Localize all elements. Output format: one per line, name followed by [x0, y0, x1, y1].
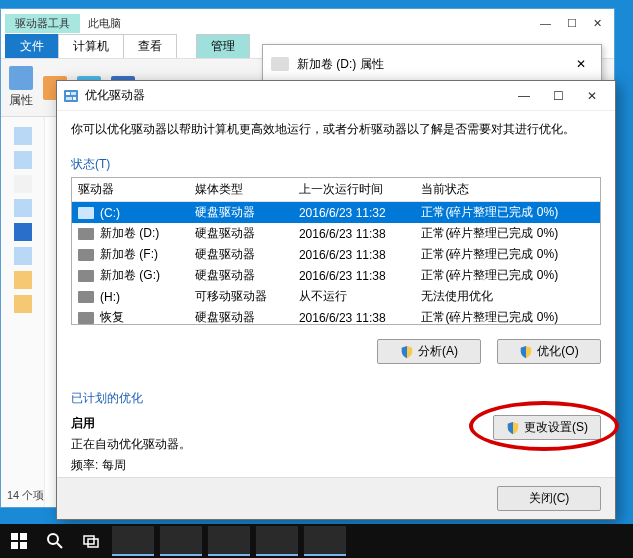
table-row[interactable]: 新加卷 (D:)硬盘驱动器2016/6/23 11:38正常(碎片整理已完成 0…	[72, 223, 600, 244]
close-button[interactable]: ✕	[569, 57, 593, 71]
optimize-label: 优化(O)	[537, 343, 578, 360]
schedule-desc: 正在自动优化驱动器。	[71, 436, 493, 453]
close-button[interactable]: ✕	[585, 17, 610, 30]
drive-icon	[78, 312, 94, 324]
table-row[interactable]: 新加卷 (G:)硬盘驱动器2016/6/23 11:38正常(碎片整理已完成 0…	[72, 265, 600, 286]
nav-sidebar	[1, 117, 45, 507]
schedule-header: 已计划的优化	[71, 390, 601, 407]
drive-icon	[78, 249, 94, 261]
min-button[interactable]: —	[507, 85, 541, 107]
dialog-footer: 关闭(C)	[57, 477, 615, 519]
svg-rect-11	[84, 536, 94, 544]
schedule-section: 已计划的优化 启用 正在自动优化驱动器。 频率: 每周 更改设置(S)	[71, 390, 601, 478]
drive-icon	[78, 291, 94, 303]
svg-rect-7	[11, 542, 18, 549]
taskbar-app[interactable]	[208, 526, 250, 556]
change-settings-label: 更改设置(S)	[524, 419, 588, 436]
optimize-button[interactable]: 优化(O)	[497, 339, 601, 364]
svg-rect-6	[20, 533, 27, 540]
dialog-titlebar: 优化驱动器 — ☐ ✕	[57, 81, 615, 111]
tab-computer[interactable]: 计算机	[58, 34, 124, 58]
svg-line-10	[57, 543, 62, 548]
table-row[interactable]: 恢复硬盘驱动器2016/6/23 11:38正常(碎片整理已完成 0%)	[72, 307, 600, 325]
schedule-enabled-label: 启用	[71, 415, 493, 432]
svg-rect-12	[88, 539, 98, 547]
col-media[interactable]: 媒体类型	[189, 178, 293, 202]
defrag-icon	[63, 88, 79, 104]
ribbon-properties[interactable]: 属性	[9, 66, 33, 109]
tab-manage[interactable]: 管理	[196, 34, 250, 58]
drive-icon	[78, 228, 94, 240]
taskbar[interactable]	[0, 524, 633, 558]
col-drive[interactable]: 驱动器	[72, 178, 189, 202]
sidebar-item[interactable]	[14, 127, 32, 145]
properties-title: 新加卷 (D:) 属性	[297, 56, 384, 73]
svg-rect-8	[20, 542, 27, 549]
table-header-row: 驱动器 媒体类型 上一次运行时间 当前状态	[72, 178, 600, 202]
drive-list[interactable]: 驱动器 媒体类型 上一次运行时间 当前状态 (C:)硬盘驱动器2016/6/23…	[71, 177, 601, 325]
tab-file[interactable]: 文件	[5, 34, 59, 58]
close-dialog-button[interactable]: 关闭(C)	[497, 486, 601, 511]
svg-rect-1	[66, 92, 70, 95]
sidebar-item[interactable]	[14, 295, 32, 313]
table-row[interactable]: (C:)硬盘驱动器2016/6/23 11:32正常(碎片整理已完成 0%)	[72, 202, 600, 224]
task-view-icon[interactable]	[76, 528, 106, 554]
analyze-button[interactable]: 分析(A)	[377, 339, 481, 364]
title-tool-context: 驱动器工具	[5, 14, 80, 33]
taskbar-app[interactable]	[112, 526, 154, 556]
sidebar-item[interactable]	[14, 247, 32, 265]
col-last[interactable]: 上一次运行时间	[293, 178, 416, 202]
drive-icon	[78, 270, 94, 282]
shield-icon	[519, 345, 533, 359]
svg-rect-3	[66, 97, 72, 100]
col-state[interactable]: 当前状态	[415, 178, 600, 202]
change-settings-button[interactable]: 更改设置(S)	[493, 415, 601, 440]
tab-view[interactable]: 查看	[123, 34, 177, 58]
dialog-title: 优化驱动器	[85, 87, 145, 104]
sidebar-item[interactable]	[14, 199, 32, 217]
close-label: 关闭(C)	[529, 490, 570, 507]
close-button[interactable]: ✕	[575, 85, 609, 107]
optimize-drives-dialog: 优化驱动器 — ☐ ✕ 你可以优化驱动器以帮助计算机更高效地运行，或者分析驱动器…	[56, 80, 616, 520]
svg-rect-5	[11, 533, 18, 540]
status-bar: 14 个项	[7, 488, 44, 503]
taskbar-app[interactable]	[256, 526, 298, 556]
taskbar-app[interactable]	[304, 526, 346, 556]
checkmark-icon	[9, 66, 33, 90]
svg-rect-2	[71, 92, 76, 95]
status-section-label: 状态(T)	[71, 156, 601, 173]
start-button[interactable]	[4, 528, 34, 554]
max-button[interactable]: ☐	[559, 17, 585, 30]
sidebar-item[interactable]	[14, 271, 32, 289]
search-icon[interactable]	[40, 528, 70, 554]
properties-dialog: 新加卷 (D:) 属性 ✕	[262, 44, 602, 84]
dialog-description: 你可以优化驱动器以帮助计算机更高效地运行，或者分析驱动器以了解是否需要对其进行优…	[71, 121, 601, 138]
ribbon-label: 属性	[9, 92, 33, 109]
drive-icon	[271, 57, 289, 71]
sidebar-item[interactable]	[14, 223, 32, 241]
table-row[interactable]: (H:)可移动驱动器从不运行无法使用优化	[72, 286, 600, 307]
analyze-label: 分析(A)	[418, 343, 458, 360]
explorer-titlebar: 驱动器工具 此电脑 — ☐ ✕	[1, 9, 614, 37]
shield-icon	[506, 421, 520, 435]
svg-point-9	[48, 534, 58, 544]
svg-rect-4	[73, 97, 76, 100]
svg-rect-0	[64, 90, 78, 102]
drive-icon	[78, 207, 94, 219]
sidebar-item[interactable]	[14, 175, 32, 193]
min-button[interactable]: —	[532, 17, 559, 29]
taskbar-app[interactable]	[160, 526, 202, 556]
schedule-freq: 频率: 每周	[71, 457, 493, 474]
table-row[interactable]: 新加卷 (F:)硬盘驱动器2016/6/23 11:38正常(碎片整理已完成 0…	[72, 244, 600, 265]
max-button[interactable]: ☐	[541, 85, 575, 107]
sidebar-item[interactable]	[14, 151, 32, 169]
title-location: 此电脑	[80, 16, 129, 31]
shield-icon	[400, 345, 414, 359]
